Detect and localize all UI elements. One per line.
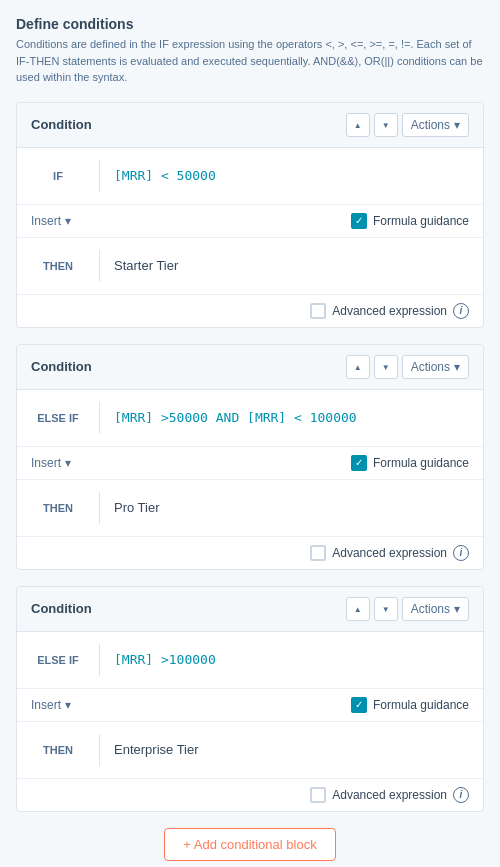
insert-label-1: Insert xyxy=(31,214,61,228)
formula-guidance-label-1: Formula guidance xyxy=(373,214,469,228)
actions-button-2[interactable]: Actions xyxy=(402,355,469,379)
insert-row-2: Insert Formula guidance xyxy=(17,447,483,480)
condition-block-1: Condition Actions IF xyxy=(16,102,484,328)
formula-guidance-label-3: Formula guidance xyxy=(373,698,469,712)
add-conditional-block-button[interactable]: + Add conditional block xyxy=(164,828,335,861)
if-formula-3: [MRR] >100000 xyxy=(114,652,216,667)
caret-down-icon-2 xyxy=(454,360,460,374)
add-block-container: + Add conditional block xyxy=(16,828,484,861)
insert-caret-1 xyxy=(65,214,71,228)
move-down-button-3[interactable] xyxy=(374,597,398,621)
checkmark-icon-1 xyxy=(355,215,363,226)
insert-button-1[interactable]: Insert xyxy=(31,214,71,228)
if-label-2: ELSE IF xyxy=(31,412,85,424)
chevron-down-icon-3 xyxy=(382,603,390,614)
define-conditions-section: Define conditions Conditions are defined… xyxy=(16,16,484,861)
actions-button-1[interactable]: Actions xyxy=(402,113,469,137)
define-conditions-desc: Conditions are defined in the IF express… xyxy=(16,36,484,86)
insert-caret-2 xyxy=(65,456,71,470)
formula-bracket-3: [MRR] xyxy=(114,652,153,667)
if-label-3: ELSE IF xyxy=(31,654,85,666)
insert-label-2: Insert xyxy=(31,456,61,470)
chevron-down-icon-2 xyxy=(382,361,390,372)
formula-guidance-checkbox-1[interactable] xyxy=(351,213,367,229)
adv-expression-label-1: Advanced expression xyxy=(332,304,447,318)
move-up-button-2[interactable] xyxy=(346,355,370,379)
chevron-up-icon-3 xyxy=(354,603,362,614)
then-value-1: Starter Tier xyxy=(114,258,178,273)
move-down-button-2[interactable] xyxy=(374,355,398,379)
page-container: Define conditions Conditions are defined… xyxy=(0,0,500,867)
formula-guidance-2: Formula guidance xyxy=(351,455,469,471)
checkmark-icon-2 xyxy=(355,457,363,468)
insert-button-2[interactable]: Insert xyxy=(31,456,71,470)
condition-header-2: Condition Actions xyxy=(17,345,483,390)
if-formula-2: [MRR] >50000 AND [MRR] < 100000 xyxy=(114,410,357,425)
adv-expression-checkbox-1[interactable] xyxy=(310,303,326,319)
move-up-button-1[interactable] xyxy=(346,113,370,137)
condition-header-1: Condition Actions xyxy=(17,103,483,148)
insert-button-3[interactable]: Insert xyxy=(31,698,71,712)
formula-guidance-label-2: Formula guidance xyxy=(373,456,469,470)
if-row-1: IF [MRR] < 50000 xyxy=(17,148,483,205)
condition-label-1: Condition xyxy=(31,117,92,132)
then-label-3: THEN xyxy=(31,744,85,756)
then-label-1: THEN xyxy=(31,260,85,272)
formula-guidance-3: Formula guidance xyxy=(351,697,469,713)
info-icon-3[interactable]: i xyxy=(453,787,469,803)
formula-bracket-1: [MRR] xyxy=(114,168,153,183)
insert-label-3: Insert xyxy=(31,698,61,712)
checkmark-icon-3 xyxy=(355,699,363,710)
condition-controls-3: Actions xyxy=(346,597,469,621)
then-divider-2 xyxy=(99,492,100,524)
formula-guidance-checkbox-3[interactable] xyxy=(351,697,367,713)
move-up-button-3[interactable] xyxy=(346,597,370,621)
adv-expression-checkbox-2[interactable] xyxy=(310,545,326,561)
info-icon-2[interactable]: i xyxy=(453,545,469,561)
chevron-down-icon-1 xyxy=(382,119,390,130)
actions-label-1: Actions xyxy=(411,118,450,132)
then-label-2: THEN xyxy=(31,502,85,514)
if-divider-3 xyxy=(99,644,100,676)
actions-button-3[interactable]: Actions xyxy=(402,597,469,621)
formula-bracket-2a: [MRR] xyxy=(114,410,153,425)
then-value-2: Pro Tier xyxy=(114,500,160,515)
caret-down-icon-3 xyxy=(454,602,460,616)
chevron-up-icon-2 xyxy=(354,361,362,372)
caret-down-icon-1 xyxy=(454,118,460,132)
adv-expression-label-3: Advanced expression xyxy=(332,788,447,802)
adv-expression-label-2: Advanced expression xyxy=(332,546,447,560)
chevron-up-icon-1 xyxy=(354,119,362,130)
if-divider-2 xyxy=(99,402,100,434)
actions-label-3: Actions xyxy=(411,602,450,616)
condition-controls-2: Actions xyxy=(346,355,469,379)
condition-label-2: Condition xyxy=(31,359,92,374)
insert-row-3: Insert Formula guidance xyxy=(17,689,483,722)
then-value-3: Enterprise Tier xyxy=(114,742,199,757)
then-row-1: THEN Starter Tier xyxy=(17,238,483,295)
insert-row-1: Insert Formula guidance xyxy=(17,205,483,238)
adv-expression-row-1: Advanced expression i xyxy=(17,295,483,327)
insert-caret-3 xyxy=(65,698,71,712)
define-conditions-title: Define conditions xyxy=(16,16,484,32)
adv-expression-row-2: Advanced expression i xyxy=(17,537,483,569)
info-icon-1[interactable]: i xyxy=(453,303,469,319)
condition-block-3: Condition Actions ELSE IF xyxy=(16,586,484,812)
formula-guidance-checkbox-2[interactable] xyxy=(351,455,367,471)
condition-label-3: Condition xyxy=(31,601,92,616)
condition-controls-1: Actions xyxy=(346,113,469,137)
then-divider-3 xyxy=(99,734,100,766)
if-divider-1 xyxy=(99,160,100,192)
adv-expression-checkbox-3[interactable] xyxy=(310,787,326,803)
then-divider-1 xyxy=(99,250,100,282)
formula-guidance-1: Formula guidance xyxy=(351,213,469,229)
then-row-2: THEN Pro Tier xyxy=(17,480,483,537)
move-down-button-1[interactable] xyxy=(374,113,398,137)
adv-expression-row-3: Advanced expression i xyxy=(17,779,483,811)
condition-header-3: Condition Actions xyxy=(17,587,483,632)
if-row-3: ELSE IF [MRR] >100000 xyxy=(17,632,483,689)
if-label-1: IF xyxy=(31,170,85,182)
formula-bracket-2b: [MRR] xyxy=(247,410,286,425)
add-block-label: + Add conditional block xyxy=(183,837,316,852)
actions-label-2: Actions xyxy=(411,360,450,374)
